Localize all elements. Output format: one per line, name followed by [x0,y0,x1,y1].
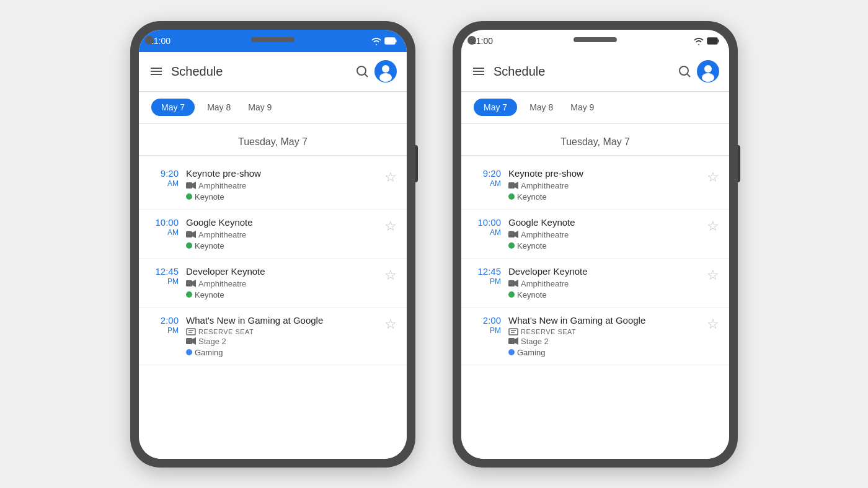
item-tag-2-4: Gaming [508,348,699,357]
tab-may7-2[interactable]: May 7 [474,99,517,116]
item-title-2-2: Google Keynote [508,217,699,228]
tab-may8-1[interactable]: May 8 [202,99,236,116]
search-icon-2[interactable] [677,64,692,79]
svg-point-8 [382,65,389,73]
wifi-icon-1 [371,37,382,45]
phone-2-screen: 11:00 [461,30,729,459]
svg-marker-41 [515,337,518,345]
tab-may9-2[interactable]: May 9 [565,99,599,116]
time-ampm-2-2: AM [471,228,501,237]
battery-icon-2 [707,37,719,45]
item-location-1-1: Amphitheatre [186,181,377,190]
svg-marker-11 [192,182,196,189]
time-ampm-1-1: AM [149,179,179,188]
svg-marker-34 [515,231,518,238]
item-details-2-1: Keynote pre-show Amphitheatre Keynote [508,168,699,202]
item-details-1-4: What's New in Gaming at Google RESERVE S… [186,315,377,357]
tab-may9-1[interactable]: May 9 [243,99,277,116]
time-hour-2-1: 9:20 [471,168,501,179]
app-bar-2: Schedule [461,52,729,92]
svg-rect-2 [151,68,162,69]
item-details-1-1: Keynote pre-show Amphitheatre Keynote [186,168,377,202]
item-reserve-1-4: RESERVE SEAT [186,328,377,335]
reserve-icon-2-4 [508,328,518,335]
time-hour-2-4: 2:00 [471,315,501,326]
svg-rect-33 [508,231,515,237]
phone-1-screen: 11:00 [139,30,407,459]
phone-speaker [251,37,294,42]
svg-rect-10 [186,182,192,189]
svg-rect-25 [473,74,484,75]
svg-rect-16 [187,329,195,335]
star-icon-1-1[interactable]: ☆ [384,169,397,185]
video-icon-2-4 [508,337,518,345]
phone-camera-2 [467,36,476,45]
star-icon-2-2[interactable]: ☆ [707,218,719,234]
svg-point-29 [704,65,712,73]
search-icon-1[interactable] [355,64,370,79]
tag-dot-2-4 [508,349,515,355]
item-location-2-1: Amphitheatre [508,181,699,190]
menu-icon-1[interactable] [149,64,164,79]
video-icon-1-2 [186,231,196,238]
video-icon-2-3 [508,280,518,287]
star-icon-1-4[interactable]: ☆ [384,316,397,332]
status-icons-1 [371,37,397,45]
wifi-icon-2 [693,37,704,45]
svg-line-27 [688,74,691,78]
time-ampm-2-1: AM [471,179,501,188]
svg-rect-37 [509,329,518,335]
item-title-1-4: What's New in Gaming at Google [186,315,377,326]
app-bar-icons-2 [677,60,719,82]
item-tag-1-1: Keynote [186,192,377,202]
item-location-2-4: Stage 2 [508,337,699,346]
tab-may7-1[interactable]: May 7 [151,99,195,116]
item-title-1-3: Developer Keynote [186,266,377,277]
star-icon-1-2[interactable]: ☆ [384,218,397,234]
tag-dot-2-2 [508,242,515,249]
svg-point-9 [379,73,392,82]
item-location-1-3: Amphitheatre [186,279,377,288]
svg-point-26 [680,66,688,75]
item-tag-1-3: Keynote [186,290,377,299]
svg-point-30 [702,73,714,82]
time-hour-1-1: 9:20 [149,168,179,179]
event-2-item-3: 12:45 PM Developer Keynote Amphitheatre [461,259,729,308]
svg-rect-0 [385,38,395,44]
tag-dot-1-1 [186,193,192,200]
svg-marker-15 [192,280,196,287]
date-heading-1: Tuesday, May 7 [139,124,407,155]
item-location-1-2: Amphitheatre [186,230,377,239]
svg-rect-14 [186,280,192,286]
phone-speaker-2 [574,37,617,42]
time-block-2-2: 10:00 AM [471,217,501,237]
tab-may8-2[interactable]: May 8 [525,99,558,116]
date-heading-2: Tuesday, May 7 [461,124,729,155]
avatar-icon-1[interactable] [374,60,397,82]
phone-side-bar-2 [738,145,740,182]
tab-bar-1: May 7 May 8 May 9 [139,92,407,124]
divider-1 [139,155,407,156]
event-1-item-1: 9:20 AM Keynote pre-show Amphitheatre [139,161,407,210]
event-1-item-3: 12:45 PM Developer Keynote Amphitheatre [139,259,407,308]
avatar-icon-2[interactable] [697,60,719,82]
menu-icon-2[interactable] [471,64,486,79]
item-title-1-2: Google Keynote [186,217,377,228]
star-icon-2-4[interactable]: ☆ [707,316,719,332]
time-block-1-3: 12:45 PM [149,266,179,286]
svg-rect-35 [508,280,515,286]
phone-side-bar [415,145,418,182]
svg-rect-23 [473,68,484,69]
item-tag-2-1: Keynote [508,192,699,202]
time-ampm-2-3: PM [471,277,501,286]
event-2-item-1: 9:20 AM Keynote pre-show Amphitheatre [461,161,729,210]
star-icon-2-1[interactable]: ☆ [707,169,719,185]
item-tag-2-2: Keynote [508,241,699,251]
event-1-item-2: 10:00 AM Google Keynote Amphitheatre [139,210,407,259]
item-location-2-3: Amphitheatre [508,279,699,288]
star-icon-2-3[interactable]: ☆ [707,267,719,283]
video-icon-1-1 [186,182,196,189]
item-reserve-2-4: RESERVE SEAT [508,328,699,335]
time-block-2-3: 12:45 PM [471,266,501,286]
star-icon-1-3[interactable]: ☆ [384,267,397,283]
